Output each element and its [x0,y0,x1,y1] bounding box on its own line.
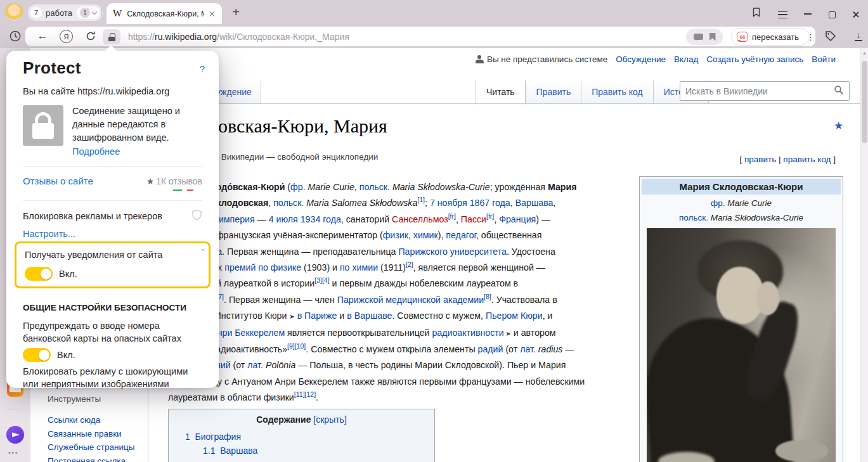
url-text[interactable]: https://ru.wikipedia.org/wiki/Склодовска… [128,30,349,43]
user-icon [476,55,484,63]
table-of-contents: Содержание [скрыть] 1 Биография1.1 Варша… [168,409,435,462]
card-warning-toggle-row: Вкл. [23,348,75,362]
notifications-toggle-row: Вкл. [25,267,77,281]
site-reviews-link[interactable]: Отзывы о сайте [23,176,93,186]
article-line: Саломея Склодовская, польск. Maria Salom… [168,195,585,211]
infobox-name: Мария Склодовская-Кюри [642,179,841,195]
sidebar-link[interactable]: Служебные страницы [48,440,134,454]
lock-tile-icon [23,105,63,146]
scrollbar-thumb[interactable] [862,61,867,143]
toc-item[interactable]: 1.1 Варшава [175,444,428,458]
section-edit-links[interactable]: [ править | править код ] [740,155,836,164]
rephrase-menu-icon[interactable]: ⋮ [806,32,815,42]
person-infobox: Мария Склодовская-Кюри фр. Marie Curie п… [639,176,843,462]
search-icon[interactable] [834,85,844,98]
notifications-highlight-box: Получать уведомления от сайта Вкл. [15,241,211,288]
personal-link-create-account[interactable]: Создать учётную запись [706,55,803,64]
page-tab[interactable]: Править [526,80,581,104]
article-line: Мари́я Склодо́вская-Кюри́ (фр. Marie Cur… [168,179,585,195]
security-section-header: ОБЩИЕ НАСТРОЙКИ БЕЗОПАСНОСТИ [23,303,186,312]
new-tab-button[interactable]: + [228,4,243,20]
refresh-icon[interactable] [85,30,96,42]
site-lock-button[interactable] [103,29,120,44]
wiki-search-box[interactable] [680,81,850,101]
details-link[interactable]: Подробнее [72,146,120,157]
yandex-logo-icon[interactable]: Я [60,30,73,43]
profile-avatar[interactable] [5,3,23,21]
watchlist-star-icon[interactable]: ★ [834,119,843,132]
sidebar-link[interactable]: Постоянная ссылка [48,454,134,462]
alice-assistant-icon[interactable] [6,426,24,444]
search-input[interactable] [680,86,834,96]
article-line: термина «радиоактивность»[9][10]. Совмес… [168,342,585,357]
tab-group[interactable]: 7 работа 1 [28,4,103,21]
configure-link[interactable]: Настроить... [23,229,75,239]
tab-close-icon[interactable] [209,11,216,17]
protect-title: Protect [23,58,81,78]
shocking-ads-label: Блокировать рекламу с шокирующими или не… [23,365,205,390]
tab-group-name: работа [46,8,72,18]
portrait-photo[interactable] [647,228,836,462]
scrollbar-up-icon[interactable]: ▲ [862,51,867,55]
content-divider [148,385,148,462]
toc-title: Содержание [256,414,311,425]
personal-link-talk[interactable]: Обсуждение [616,55,666,64]
page-tabs: ЧитатьПравитьПравить кодИстория [476,80,709,104]
downloads-icon[interactable]: ↓ [852,29,865,43]
rephrase-label: пересказать [752,32,799,42]
site-line: Вы на сайте https://ru.wikipedia.org [23,86,169,96]
article-line: Российская империя — 4 июля 1934 года, с… [168,212,585,228]
article-line: Кюри наряду с Антуаном Анри Беккерелем т… [168,374,585,390]
close-button[interactable] [848,8,864,22]
chevron-down-icon [92,9,97,14]
tab-title: Склодовская-Кюри, Ма [127,10,204,18]
page-tab[interactable]: Править код [581,80,652,104]
sidebar-tools-links: Ссылки сюдаСвязанные правкиСлужебные стр… [48,413,134,462]
toc-hide-link[interactable]: [скрыть] [313,414,346,425]
protect-popup: Protect ? Вы на сайте https://ru.wikiped… [6,51,219,388]
article-line: Антуаном Анри Беккерелем является первоо… [168,325,585,342]
comments-icon[interactable] [694,34,703,40]
divider [23,200,202,201]
url-scheme: https:// [128,32,155,42]
strip-more-icon[interactable]: ••• [8,449,18,456]
sidebar-link[interactable]: Связанные правки [48,427,134,441]
minimize-button[interactable] [800,4,815,18]
star-icon: ★ [146,176,155,186]
page-tab[interactable]: Читать [476,80,526,105]
toc-items: 1 Биография1.1 Варшава [175,430,428,458]
toc-item[interactable]: 1 Биография [175,430,428,444]
bookmarks-panel-icon[interactable] [749,5,764,19]
notifications-toggle[interactable] [25,267,53,281]
menu-icon[interactable] [775,8,790,22]
personal-link-contrib[interactable]: Вклад [674,55,698,64]
bookmark-icon[interactable] [709,33,716,41]
browser-window: 7 работа 1 W Склодовская-Кюри, Ма + ← Я … [0,0,868,462]
url-host-path: ru.wikipedia.org/wiki/Склодовская-Кюри,_… [155,32,349,42]
infobox-french-name: фр. Marie Curie [642,195,841,209]
sidebar-link[interactable]: Ссылки сюда [48,413,134,427]
lock-icon [108,33,115,41]
page-scrollbar[interactable]: ▲ [860,48,868,462]
adblock-label: Блокировка рекламы и трекеров [23,211,162,221]
infobox-polish-name: польск. Maria Skłodowska-Curie [642,209,841,224]
reviews-negative-mark [187,189,193,191]
personal-link-login[interactable]: Войти [812,55,836,64]
tab-group-badge: 1 [80,8,90,18]
shield-icon [191,209,202,223]
wikipedia-favicon: W [113,8,122,19]
connection-text: Соединение защищено и данные передаются … [72,105,209,144]
browser-tab-active[interactable]: W Склодовская-Кюри, Ма [107,3,222,24]
tab-group-badge-pill[interactable]: 1 [76,6,100,19]
toc-header: Содержание [скрыть] [175,414,428,425]
collections-tags-icon[interactable] [824,30,837,42]
rephrase-button[interactable]: 66 пересказать ⋮ [731,28,810,46]
card-warning-toggle[interactable] [23,348,51,362]
article-line: луч) и полоний (от лат. Polōnia — Польша… [168,357,585,373]
history-clock-icon[interactable] [9,30,22,42]
back-icon[interactable]: ← [36,29,49,43]
help-link[interactable]: ? [200,63,205,74]
article-line: основании Институтов Кюри ➤ в Париже и в… [168,308,585,324]
maximize-button[interactable] [824,8,839,22]
toolbar-quick-pill[interactable] [686,29,723,45]
